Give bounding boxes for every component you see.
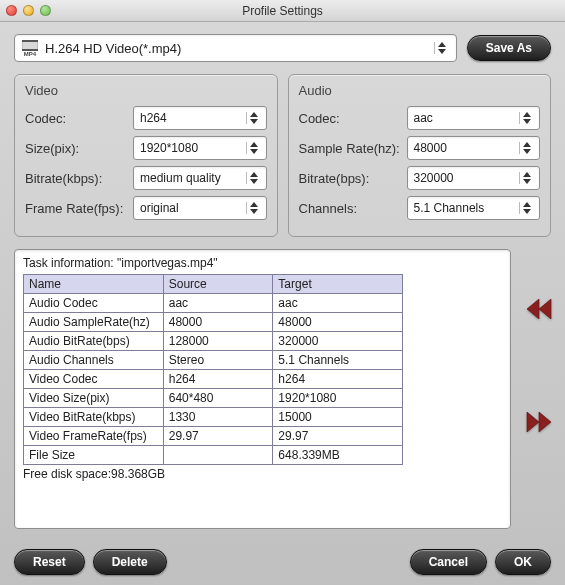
cell-name: Video BitRate(kbps) bbox=[24, 408, 164, 427]
double-right-icon bbox=[525, 412, 553, 432]
cell-name: File Size bbox=[24, 446, 164, 465]
minimize-icon[interactable] bbox=[23, 5, 34, 16]
cell-target: 29.97 bbox=[273, 427, 403, 446]
cell-source: 640*480 bbox=[163, 389, 273, 408]
cell-target: 1920*1080 bbox=[273, 389, 403, 408]
zoom-icon[interactable] bbox=[40, 5, 51, 16]
chevron-updown-icon bbox=[434, 42, 450, 54]
svg-marker-6 bbox=[539, 412, 551, 432]
col-name: Name bbox=[24, 275, 164, 294]
cancel-button[interactable]: Cancel bbox=[410, 549, 487, 575]
reset-button[interactable]: Reset bbox=[14, 549, 85, 575]
chevron-updown-icon bbox=[519, 202, 535, 214]
svg-marker-5 bbox=[527, 412, 539, 432]
video-framerate-value: original bbox=[140, 201, 246, 215]
cell-target: 320000 bbox=[273, 332, 403, 351]
video-panel: Video Codec: h264 Size(pix): 1920*1080 B… bbox=[14, 74, 278, 237]
table-row[interactable]: Video Codech264h264 bbox=[24, 370, 403, 389]
cell-source: h264 bbox=[163, 370, 273, 389]
table-row[interactable]: Audio ChannelsStereo5.1 Channels bbox=[24, 351, 403, 370]
table-row[interactable]: Video FrameRate(fps)29.9729.97 bbox=[24, 427, 403, 446]
table-row[interactable]: File Size648.339MB bbox=[24, 446, 403, 465]
video-framerate-label: Frame Rate(fps): bbox=[25, 201, 133, 216]
video-codec-label: Codec: bbox=[25, 111, 133, 126]
video-bitrate-select[interactable]: medium quality bbox=[133, 166, 267, 190]
svg-marker-3 bbox=[527, 299, 539, 319]
cell-source bbox=[163, 446, 273, 465]
table-row[interactable]: Audio BitRate(bps)128000320000 bbox=[24, 332, 403, 351]
col-target: Target bbox=[273, 275, 403, 294]
table-row[interactable]: Audio SampleRate(hz)4800048000 bbox=[24, 313, 403, 332]
cell-name: Audio BitRate(bps) bbox=[24, 332, 164, 351]
window-titlebar: Profile Settings bbox=[0, 0, 565, 22]
cell-target: 48000 bbox=[273, 313, 403, 332]
audio-bitrate-label: Bitrate(bps): bbox=[299, 171, 407, 186]
save-as-button[interactable]: Save As bbox=[467, 35, 551, 61]
audio-panel-title: Audio bbox=[299, 83, 541, 98]
cell-source: Stereo bbox=[163, 351, 273, 370]
chevron-updown-icon bbox=[519, 172, 535, 184]
prev-task-button[interactable] bbox=[525, 299, 553, 322]
cell-target: h264 bbox=[273, 370, 403, 389]
video-bitrate-label: Bitrate(kbps): bbox=[25, 171, 133, 186]
close-icon[interactable] bbox=[6, 5, 17, 16]
audio-channels-select[interactable]: 5.1 Channels bbox=[407, 196, 541, 220]
video-codec-value: h264 bbox=[140, 111, 246, 125]
chevron-updown-icon bbox=[519, 142, 535, 154]
cell-name: Video Size(pix) bbox=[24, 389, 164, 408]
double-left-icon bbox=[525, 299, 553, 319]
task-info-panel: Task information: "importvegas.mp4" Name… bbox=[14, 249, 511, 529]
video-size-label: Size(pix): bbox=[25, 141, 133, 156]
task-info-table: Name Source Target Audio CodecaacaacAudi… bbox=[23, 274, 403, 465]
cell-source: aac bbox=[163, 294, 273, 313]
cell-name: Audio SampleRate(hz) bbox=[24, 313, 164, 332]
cell-target: 5.1 Channels bbox=[273, 351, 403, 370]
table-row[interactable]: Audio Codecaacaac bbox=[24, 294, 403, 313]
svg-marker-4 bbox=[539, 299, 551, 319]
svg-rect-1 bbox=[22, 40, 38, 42]
video-codec-select[interactable]: h264 bbox=[133, 106, 267, 130]
audio-panel: Audio Codec: aac Sample Rate(hz): 48000 … bbox=[288, 74, 552, 237]
chevron-updown-icon bbox=[246, 172, 262, 184]
video-size-select[interactable]: 1920*1080 bbox=[133, 136, 267, 160]
chevron-updown-icon bbox=[246, 142, 262, 154]
video-size-value: 1920*1080 bbox=[140, 141, 246, 155]
chevron-updown-icon bbox=[246, 112, 262, 124]
mp4-file-icon: MP4 bbox=[21, 39, 39, 57]
task-info-heading: Task information: "importvegas.mp4" bbox=[23, 256, 502, 270]
chevron-updown-icon bbox=[246, 202, 262, 214]
profile-select[interactable]: MP4 H.264 HD Video(*.mp4) bbox=[14, 34, 457, 62]
video-bitrate-value: medium quality bbox=[140, 171, 246, 185]
video-framerate-select[interactable]: original bbox=[133, 196, 267, 220]
window-title: Profile Settings bbox=[0, 4, 565, 18]
audio-codec-value: aac bbox=[414, 111, 520, 125]
cell-target: 15000 bbox=[273, 408, 403, 427]
table-header-row: Name Source Target bbox=[24, 275, 403, 294]
free-disk-space: Free disk space:98.368GB bbox=[23, 467, 502, 481]
cell-name: Video Codec bbox=[24, 370, 164, 389]
cell-name: Video FrameRate(fps) bbox=[24, 427, 164, 446]
ok-button[interactable]: OK bbox=[495, 549, 551, 575]
video-panel-title: Video bbox=[25, 83, 267, 98]
col-source: Source bbox=[163, 275, 273, 294]
audio-samplerate-select[interactable]: 48000 bbox=[407, 136, 541, 160]
table-row[interactable]: Video BitRate(kbps)133015000 bbox=[24, 408, 403, 427]
audio-channels-value: 5.1 Channels bbox=[414, 201, 520, 215]
audio-codec-select[interactable]: aac bbox=[407, 106, 541, 130]
audio-samplerate-value: 48000 bbox=[414, 141, 520, 155]
cell-source: 1330 bbox=[163, 408, 273, 427]
audio-channels-label: Channels: bbox=[299, 201, 407, 216]
next-task-button[interactable] bbox=[525, 412, 553, 435]
cell-name: Audio Codec bbox=[24, 294, 164, 313]
audio-codec-label: Codec: bbox=[299, 111, 407, 126]
cell-source: 128000 bbox=[163, 332, 273, 351]
cell-source: 48000 bbox=[163, 313, 273, 332]
table-row[interactable]: Video Size(pix)640*4801920*1080 bbox=[24, 389, 403, 408]
cell-name: Audio Channels bbox=[24, 351, 164, 370]
profile-select-value: H.264 HD Video(*.mp4) bbox=[45, 41, 434, 56]
cell-target: 648.339MB bbox=[273, 446, 403, 465]
audio-bitrate-select[interactable]: 320000 bbox=[407, 166, 541, 190]
delete-button[interactable]: Delete bbox=[93, 549, 167, 575]
audio-bitrate-value: 320000 bbox=[414, 171, 520, 185]
cell-source: 29.97 bbox=[163, 427, 273, 446]
